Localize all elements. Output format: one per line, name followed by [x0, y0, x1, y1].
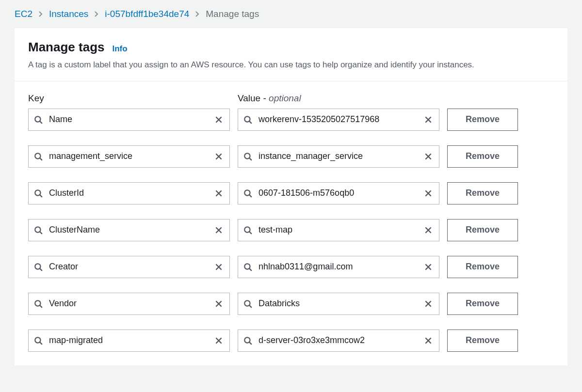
clear-value-button[interactable]	[422, 224, 435, 236]
tag-row: Remove	[28, 219, 554, 241]
manage-tags-panel: Manage tags Info A tag is a custom label…	[15, 28, 567, 365]
breadcrumb-ec2[interactable]: EC2	[15, 9, 32, 19]
value-input-wrap	[238, 145, 439, 168]
value-input-wrap	[238, 329, 439, 352]
breadcrumb-current: Manage tags	[206, 9, 259, 19]
close-icon	[424, 299, 433, 308]
column-headers: Key Value - optional	[28, 93, 554, 104]
close-icon	[214, 263, 223, 271]
tag-value-input[interactable]	[238, 219, 439, 241]
tag-value-input[interactable]	[238, 145, 439, 168]
clear-value-button[interactable]	[422, 334, 435, 347]
key-input-wrap	[28, 219, 230, 241]
close-icon	[214, 152, 223, 161]
remove-tag-button[interactable]: Remove	[447, 182, 518, 204]
chevron-right-icon	[195, 11, 200, 17]
clear-key-button[interactable]	[212, 334, 225, 347]
value-input-wrap	[238, 182, 439, 204]
key-input-wrap	[28, 182, 230, 204]
tag-row: Remove	[28, 256, 554, 278]
remove-tag-button[interactable]: Remove	[447, 219, 518, 241]
tag-key-input[interactable]	[28, 219, 230, 241]
remove-tag-button[interactable]: Remove	[447, 109, 518, 131]
tag-key-input[interactable]	[28, 256, 230, 278]
value-input-wrap	[238, 256, 439, 278]
clear-key-button[interactable]	[212, 224, 225, 236]
clear-value-button[interactable]	[422, 261, 435, 273]
breadcrumb-instance-id[interactable]: i-057bfdff1be34de74	[105, 9, 189, 19]
tag-row: Remove	[28, 145, 554, 168]
value-input-wrap	[238, 109, 439, 131]
panel-description: A tag is a custom label that you assign …	[28, 59, 554, 71]
tag-value-input[interactable]	[238, 256, 439, 278]
tag-value-input[interactable]	[238, 182, 439, 204]
breadcrumb: EC2 Instances i-057bfdff1be34de74 Manage…	[0, 0, 582, 28]
key-input-wrap	[28, 293, 230, 315]
key-input-wrap	[28, 256, 230, 278]
value-column-header: Value - optional	[238, 93, 439, 104]
clear-key-button[interactable]	[212, 261, 225, 273]
close-icon	[214, 299, 223, 308]
close-icon	[424, 189, 433, 198]
close-icon	[214, 336, 223, 345]
page-title: Manage tags	[28, 40, 105, 55]
tag-row: Remove	[28, 109, 554, 131]
close-icon	[214, 115, 223, 124]
tag-value-input[interactable]	[238, 109, 439, 131]
tag-value-input[interactable]	[238, 329, 439, 352]
info-link[interactable]: Info	[113, 44, 128, 54]
clear-key-button[interactable]	[212, 187, 225, 200]
tag-key-input[interactable]	[28, 182, 230, 204]
chevron-right-icon	[94, 11, 99, 17]
chevron-right-icon	[38, 11, 43, 17]
tag-key-input[interactable]	[28, 145, 230, 168]
close-icon	[424, 263, 433, 271]
clear-key-button[interactable]	[212, 298, 225, 310]
close-icon	[424, 336, 433, 345]
key-input-wrap	[28, 329, 230, 352]
clear-key-button[interactable]	[212, 150, 225, 163]
close-icon	[424, 152, 433, 161]
remove-tag-button[interactable]: Remove	[447, 293, 518, 315]
tag-row: Remove	[28, 329, 554, 352]
clear-value-button[interactable]	[422, 150, 435, 163]
value-input-wrap	[238, 219, 439, 241]
remove-tag-button[interactable]: Remove	[447, 145, 518, 168]
tag-key-input[interactable]	[28, 109, 230, 131]
tag-value-input[interactable]	[238, 293, 439, 315]
breadcrumb-instances[interactable]: Instances	[49, 9, 88, 19]
value-input-wrap	[238, 293, 439, 315]
clear-value-button[interactable]	[422, 187, 435, 200]
key-column-header: Key	[28, 93, 230, 104]
tag-row: Remove	[28, 293, 554, 315]
tag-key-input[interactable]	[28, 293, 230, 315]
clear-value-button[interactable]	[422, 298, 435, 310]
panel-body: Key Value - optional	[15, 81, 567, 365]
remove-tag-button[interactable]: Remove	[447, 256, 518, 278]
tag-key-input[interactable]	[28, 329, 230, 352]
close-icon	[214, 226, 223, 235]
tag-row: Remove	[28, 182, 554, 204]
key-input-wrap	[28, 109, 230, 131]
panel-header: Manage tags Info A tag is a custom label…	[15, 28, 567, 81]
clear-key-button[interactable]	[212, 113, 225, 126]
close-icon	[424, 226, 433, 235]
close-icon	[214, 189, 223, 198]
clear-value-button[interactable]	[422, 113, 435, 126]
close-icon	[424, 115, 433, 124]
key-input-wrap	[28, 145, 230, 168]
remove-tag-button[interactable]: Remove	[447, 329, 518, 352]
